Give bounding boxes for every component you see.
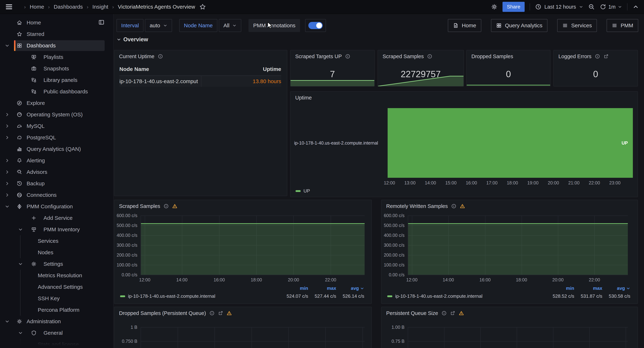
chevron-icon[interactable]	[5, 20, 10, 25]
sidebar-item[interactable]: PostgreSQL	[0, 132, 113, 143]
info-icon[interactable]	[158, 54, 163, 59]
dashboard-link-button[interactable]: Services	[557, 19, 597, 32]
legend-avg-header[interactable]: avg	[602, 286, 630, 291]
breadcrumb-item[interactable]: Dashboards	[44, 4, 83, 10]
panel-header[interactable]: Remotely Written Samples	[382, 200, 638, 212]
column-uptime[interactable]: Uptime	[263, 66, 281, 72]
sidebar-item[interactable]: Advisors	[0, 166, 113, 178]
panel-header[interactable]: Logged Errors	[554, 50, 638, 62]
external-link-icon[interactable]	[450, 311, 456, 316]
chevron-icon[interactable]	[5, 147, 10, 152]
pmm-annotations-toggle[interactable]	[305, 19, 326, 32]
chevron-icon[interactable]	[5, 32, 10, 37]
warning-icon[interactable]	[172, 203, 178, 209]
info-icon[interactable]	[442, 311, 447, 316]
sidebar-item[interactable]: Settings	[0, 258, 113, 270]
info-icon[interactable]	[451, 203, 456, 209]
refresh-picker[interactable]: 1m	[600, 3, 622, 10]
chevron-icon[interactable]	[18, 78, 23, 83]
chevron-icon[interactable]	[5, 284, 10, 290]
chevron-right-icon[interactable]	[5, 158, 10, 163]
node-name-variable-select[interactable]: All	[219, 19, 241, 32]
legend-series-label[interactable]: ip-10-178-1-40.us-east-2.compute.interna…	[128, 293, 280, 299]
external-link-icon[interactable]	[218, 311, 223, 316]
dashboard-link-button[interactable]: Query Analytics	[491, 19, 548, 32]
legend-max-header[interactable]: max	[308, 286, 336, 291]
dashboard-settings-icon[interactable]	[491, 3, 498, 10]
chevron-down-icon[interactable]	[18, 261, 23, 266]
menu-icon[interactable]	[5, 3, 13, 11]
chevron-icon[interactable]	[5, 238, 10, 243]
dashboard-link-button[interactable]: PMM	[606, 19, 638, 32]
sidebar-item[interactable]: Alerting	[0, 155, 113, 166]
chevron-icon[interactable]	[18, 89, 23, 94]
info-icon[interactable]	[209, 311, 215, 316]
sidebar-item[interactable]: Dashboards	[0, 40, 113, 51]
chevron-right-icon[interactable]	[5, 181, 10, 186]
chevron-icon[interactable]	[5, 296, 10, 301]
dashboard-link-button[interactable]: Home	[448, 19, 481, 32]
chevron-icon[interactable]	[18, 66, 23, 71]
legend-series-label[interactable]: ip-10-178-1-40.us-east-2.compute.interna…	[395, 293, 546, 299]
table-row[interactable]: ip-10-178-1-40.us-east-2.comput 13.80 ho…	[120, 76, 281, 87]
collapse-caret-icon[interactable]	[632, 3, 639, 10]
chevron-right-icon[interactable]	[5, 192, 10, 197]
node-name-variable-label[interactable]: Node Name	[179, 19, 217, 32]
external-link-icon[interactable]	[603, 54, 609, 59]
sidebar-item[interactable]: Operating System (OS)	[0, 109, 113, 120]
chevron-down-icon[interactable]	[5, 204, 10, 209]
chevron-icon[interactable]	[5, 307, 10, 313]
chevron-right-icon[interactable]	[5, 135, 10, 140]
sidebar-item[interactable]: Advanced Settings	[0, 281, 113, 293]
panel-header[interactable]: Dropped Samples	[467, 50, 550, 62]
sidebar-item[interactable]: PMM Configuration	[0, 201, 113, 212]
panel-header[interactable]: Scraped Samples	[114, 200, 372, 212]
sidebar-item[interactable]: Metrics Resolution	[0, 270, 113, 281]
chevron-right-icon[interactable]	[5, 124, 10, 129]
chevron-icon[interactable]	[5, 250, 10, 255]
chevron-icon[interactable]	[18, 215, 23, 220]
interval-variable-select[interactable]: auto	[145, 19, 172, 32]
warning-icon[interactable]	[226, 311, 232, 316]
sidebar-item[interactable]: Connections	[0, 189, 113, 201]
legend-label[interactable]: UP	[304, 188, 310, 194]
sidebar-item[interactable]: Playlists	[0, 51, 113, 63]
sidebar-item[interactable]: Home	[0, 17, 113, 28]
sidebar-item[interactable]: Starred	[0, 28, 113, 40]
column-node-name[interactable]: Node Name	[120, 66, 149, 72]
toggle-switch[interactable]	[308, 22, 323, 29]
sidebar-item[interactable]: Percona Platform	[0, 304, 113, 316]
chevron-right-icon[interactable]	[5, 112, 10, 117]
info-icon[interactable]	[164, 203, 169, 209]
chevron-down-icon[interactable]	[5, 43, 10, 48]
info-icon[interactable]	[595, 54, 600, 59]
sidebar-collapse-icon[interactable]	[98, 19, 105, 25]
sidebar-item[interactable]: Query Analytics (QAN)	[0, 143, 113, 155]
info-icon[interactable]	[345, 54, 350, 59]
share-button[interactable]: Share	[502, 2, 524, 12]
sidebar-item[interactable]: SSH Key	[0, 293, 113, 304]
sidebar-item[interactable]: Administration	[0, 316, 113, 327]
chevron-right-icon[interactable]	[5, 170, 10, 174]
sidebar-item[interactable]: Backup	[0, 178, 113, 189]
breadcrumb-item[interactable]: Insight	[83, 4, 108, 10]
legend-max-header[interactable]: max	[574, 286, 602, 291]
sidebar-item[interactable]: Public dashboards	[0, 86, 113, 97]
sidebar-item[interactable]: PMM Inventory	[0, 224, 113, 235]
sidebar-item[interactable]: MySQL	[0, 120, 113, 132]
legend-min-header[interactable]: min	[546, 286, 574, 291]
legend-avg-header[interactable]: avg	[336, 286, 364, 291]
warning-icon[interactable]	[460, 203, 465, 209]
panel-header[interactable]: Dropped Samples (Persistent Queue)	[114, 307, 372, 319]
interval-variable-label[interactable]: Interval	[116, 19, 144, 32]
chevron-icon[interactable]	[5, 342, 10, 347]
sidebar-item[interactable]: Stats and license	[0, 339, 113, 348]
panel-header[interactable]: Uptime	[290, 92, 638, 104]
breadcrumb-item[interactable]: Home	[20, 4, 44, 10]
sidebar-item[interactable]: Services	[0, 235, 113, 247]
warning-icon[interactable]	[459, 311, 464, 316]
chevron-down-icon[interactable]	[18, 227, 23, 232]
sidebar-item[interactable]: General	[0, 327, 113, 339]
sidebar-item[interactable]: Explore	[0, 97, 113, 109]
chevron-down-icon[interactable]	[5, 319, 10, 324]
